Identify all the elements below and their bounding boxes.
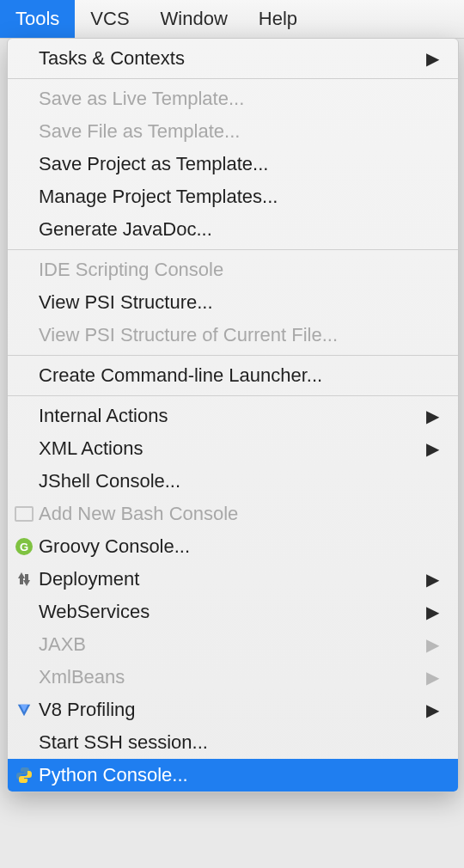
menu-webservices[interactable]: WebServices ▶ xyxy=(8,596,458,628)
menu-python-console-label: Python Console... xyxy=(39,764,439,786)
v8-icon xyxy=(15,700,34,719)
tools-dropdown: Tasks & Contexts ▶ Save as Live Template… xyxy=(7,38,459,792)
menu-view-psi-structure[interactable]: View PSI Structure... xyxy=(8,286,458,319)
menu-v8-profiling-label: V8 Profiling xyxy=(39,699,418,721)
menu-webservices-label: WebServices xyxy=(39,601,418,623)
terminal-icon xyxy=(15,504,34,523)
menubar-window[interactable]: Window xyxy=(145,0,243,38)
menu-save-project-template-label: Save Project as Template... xyxy=(39,153,439,175)
deployment-icon xyxy=(15,570,34,589)
menu-add-bash-console: Add New Bash Console xyxy=(8,498,458,530)
menu-separator xyxy=(8,395,458,396)
submenu-arrow-icon: ▶ xyxy=(426,700,439,720)
menu-jshell-console-label: JShell Console... xyxy=(39,470,439,492)
menu-save-live-template-label: Save as Live Template... xyxy=(39,88,439,110)
menu-xmlbeans-label: XmlBeans xyxy=(39,666,418,688)
submenu-arrow-icon: ▶ xyxy=(426,48,439,69)
menu-groovy-console-label: Groovy Console... xyxy=(39,535,439,558)
menubar-help[interactable]: Help xyxy=(243,0,313,38)
menu-save-file-template-label: Save File as Template... xyxy=(39,120,439,143)
menu-internal-actions[interactable]: Internal Actions ▶ xyxy=(8,400,458,432)
menu-save-file-template: Save File as Template... xyxy=(8,115,458,148)
menu-view-psi-current-label: View PSI Structure of Current File... xyxy=(39,324,439,346)
submenu-arrow-icon: ▶ xyxy=(426,406,439,426)
menu-create-cli-launcher-label: Create Command-line Launcher... xyxy=(39,364,439,387)
menu-view-psi-current: View PSI Structure of Current File... xyxy=(8,319,458,351)
menu-separator xyxy=(8,355,458,356)
menu-xml-actions-label: XML Actions xyxy=(39,437,418,460)
menu-jaxb-label: JAXB xyxy=(39,633,418,656)
groovy-icon-letter: G xyxy=(15,538,33,555)
menu-jaxb: JAXB ▶ xyxy=(8,628,458,661)
menu-add-bash-console-label: Add New Bash Console xyxy=(39,503,439,525)
menubar-help-label: Help xyxy=(259,8,297,30)
menu-python-console[interactable]: Python Console... xyxy=(8,759,458,792)
menu-manage-project-templates-label: Manage Project Templates... xyxy=(39,186,439,208)
menu-generate-javadoc[interactable]: Generate JavaDoc... xyxy=(8,213,458,246)
menubar-window-label: Window xyxy=(161,8,228,30)
submenu-arrow-icon: ▶ xyxy=(426,602,439,622)
menu-xml-actions[interactable]: XML Actions ▶ xyxy=(8,432,458,465)
submenu-arrow-icon: ▶ xyxy=(426,667,439,688)
menu-start-ssh[interactable]: Start SSH session... xyxy=(8,726,458,759)
menu-v8-profiling[interactable]: V8 Profiling ▶ xyxy=(8,694,458,726)
menubar-vcs-label: VCS xyxy=(90,8,129,30)
menubar-vcs[interactable]: VCS xyxy=(75,0,144,38)
menubar-tools[interactable]: Tools xyxy=(0,0,75,38)
menu-tasks-contexts-label: Tasks & Contexts xyxy=(39,47,418,70)
menubar: Tools VCS Window Help xyxy=(0,0,464,39)
menu-save-project-template[interactable]: Save Project as Template... xyxy=(8,148,458,180)
menu-internal-actions-label: Internal Actions xyxy=(39,405,418,427)
menu-manage-project-templates[interactable]: Manage Project Templates... xyxy=(8,180,458,213)
menu-xmlbeans: XmlBeans ▶ xyxy=(8,661,458,694)
menu-create-cli-launcher[interactable]: Create Command-line Launcher... xyxy=(8,359,458,392)
menu-separator xyxy=(8,78,458,79)
menu-tasks-contexts[interactable]: Tasks & Contexts ▶ xyxy=(8,42,458,75)
menu-deployment-label: Deployment xyxy=(39,568,418,590)
menu-groovy-console[interactable]: G Groovy Console... xyxy=(8,530,458,563)
menu-view-psi-structure-label: View PSI Structure... xyxy=(39,291,439,314)
menu-jshell-console[interactable]: JShell Console... xyxy=(8,465,458,498)
menubar-tools-label: Tools xyxy=(15,8,59,30)
menu-ide-scripting-console: IDE Scripting Console xyxy=(8,254,458,286)
submenu-arrow-icon: ▶ xyxy=(426,634,439,655)
groovy-icon: G xyxy=(15,537,34,556)
menu-save-live-template: Save as Live Template... xyxy=(8,83,458,115)
menu-start-ssh-label: Start SSH session... xyxy=(39,731,439,754)
submenu-arrow-icon: ▶ xyxy=(426,569,439,590)
submenu-arrow-icon: ▶ xyxy=(426,438,439,459)
menu-separator xyxy=(8,249,458,250)
python-icon xyxy=(15,766,34,785)
menu-generate-javadoc-label: Generate JavaDoc... xyxy=(39,218,439,241)
menu-ide-scripting-console-label: IDE Scripting Console xyxy=(39,259,439,281)
menu-deployment[interactable]: Deployment ▶ xyxy=(8,563,458,596)
